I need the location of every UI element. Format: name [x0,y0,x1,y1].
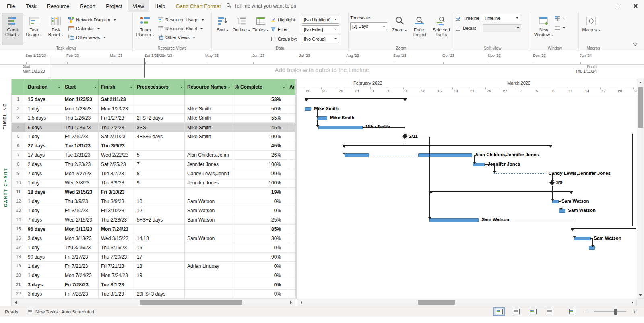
cell-pred[interactable] [134,225,185,234]
cell-add[interactable] [287,253,296,261]
cell-duration[interactable]: 27 days [25,141,62,150]
outline-button[interactable]: Outline [232,13,251,45]
cell-num[interactable]: 4 [12,123,25,132]
network-diagram-button[interactable]: Network Diagram [67,15,118,24]
cell-add[interactable] [287,262,296,271]
cell-pct[interactable]: 26% [232,151,287,159]
cell-num[interactable]: 2 [12,104,25,113]
filter-caret-icon[interactable] [58,87,61,90]
cell-start[interactable]: Wed 2/15/23 [62,188,99,197]
menu-tab-project[interactable]: Project [101,0,127,12]
cell-pct[interactable]: 0% [232,243,287,252]
cell-pred[interactable]: 7 [134,160,185,169]
cell-add[interactable] [287,243,296,252]
task-bar-segment[interactable] [418,153,473,157]
resource-sheet-button[interactable]: Resource Sheet [156,24,206,33]
status-view-other-button[interactable] [567,307,578,316]
tables-button[interactable]: Tables [251,13,270,45]
cell-pred[interactable] [134,95,185,104]
status-view-gantt-button[interactable] [493,307,505,316]
cell-pct[interactable]: 90% [232,253,287,261]
table-header-corner[interactable] [12,79,25,95]
scroll-left-icon[interactable] [13,301,17,304]
cell-add[interactable] [287,132,296,141]
other-views-resource-button[interactable]: Other Views [156,33,206,42]
cell-add[interactable] [287,280,296,289]
cell-start[interactable]: Fri 7/21/23 [62,262,99,271]
cell-num[interactable]: 10 [12,178,25,187]
cell-res[interactable]: Alan Childers,Jenni [185,151,232,159]
cell-duration[interactable]: 6 days [25,123,62,132]
new-tasks-mode[interactable]: New Tasks : Auto Scheduled [35,309,94,314]
other-views-button[interactable]: Other Views [67,33,118,42]
cell-res[interactable] [185,243,232,252]
sort-button[interactable]: Sort [213,13,232,45]
cell-pred[interactable]: 10 [134,197,185,206]
cell-finish[interactable]: Sat 2/25/23 [99,160,134,169]
selected-tasks-button[interactable]: Selected Tasks [430,13,452,45]
cell-start[interactable]: Wed 2/15/23 [62,215,99,224]
cell-add[interactable] [287,160,296,169]
cell-finish[interactable]: Thu 3/16/23 [99,243,134,252]
scroll-down-icon[interactable] [639,294,642,298]
cell-res[interactable]: Adrian Lindsay [185,262,232,271]
cell-duration[interactable]: 1 day [25,271,62,280]
cell-finish[interactable]: Wed 3/15/23 [99,234,134,243]
cell-add[interactable] [287,290,296,298]
column-header-duration[interactable]: Duration [25,79,62,95]
cell-finish[interactable]: Mon 7/24/23 [99,225,134,234]
filter-caret-icon[interactable] [94,87,97,90]
cell-pred[interactable] [134,188,185,197]
cell-pred[interactable] [134,141,185,150]
menu-tab-task[interactable]: Task [21,0,42,12]
cell-finish[interactable]: Fri 7/21/23 [99,262,134,271]
cell-res[interactable]: Sam Watson [185,234,232,243]
cell-duration[interactable]: 15 days [25,95,62,104]
cell-pred[interactable]: 17 [134,253,185,261]
cell-start[interactable]: Fri 3/10/23 [62,206,99,215]
cell-num[interactable]: 19 [12,262,25,271]
filter-caret-icon[interactable] [282,87,285,90]
cell-res[interactable]: Mike Smith [185,132,232,141]
hide-window-button[interactable] [555,25,565,31]
cell-duration[interactable]: 3 days [25,280,62,289]
cell-add[interactable] [287,151,296,159]
cell-finish[interactable]: Mon 1/23/23 [99,104,134,113]
cell-pred[interactable]: 5 [134,151,185,159]
group-by-dropdown[interactable]: [No Group] [302,35,339,43]
cell-res[interactable]: Sam Watson [185,197,232,206]
timeline-pane[interactable]: TIMELINE Sun 1/22/23Feb '23Mar '23Sat 3/… [0,51,644,79]
cell-pct[interactable]: 45% [232,123,287,132]
cell-start[interactable]: Thu 1/26/23 [62,123,99,132]
cell-res[interactable]: Mike Smith [185,123,232,132]
task-bar[interactable] [305,107,311,111]
cell-num[interactable]: 8 [12,160,25,169]
cell-pred[interactable]: 5FS+2 days [134,215,185,224]
cell-num[interactable]: 11 [12,188,25,197]
cell-res[interactable]: Candy Lewis,Jennif [185,169,232,178]
cell-finish[interactable]: Thu 2/23/23 [99,215,134,224]
table-horizontal-scrollbar[interactable] [11,299,295,306]
cell-res[interactable]: Mike Smith [185,114,232,122]
cell-finish[interactable]: Thu 7/20/23 [99,253,134,261]
scroll-left-icon[interactable] [299,301,302,304]
cell-pct[interactable]: 50% [232,104,287,113]
timescale-dropdown[interactable]: [3] Days [350,22,387,30]
menu-tab-help[interactable]: Help [149,0,171,12]
cell-duration[interactable]: 1 day [25,104,62,113]
cell-num[interactable]: 1 [12,95,25,104]
cell-res[interactable] [185,253,232,261]
cell-start[interactable]: Thu 2/23/23 [62,160,99,169]
zoom-slider[interactable] [594,311,626,312]
cell-num[interactable]: 20 [12,271,25,280]
cell-num[interactable]: 6 [12,141,25,150]
status-view-board-button[interactable] [527,307,539,316]
close-window-button[interactable] [627,0,644,12]
summary-bar[interactable] [305,98,407,99]
entire-project-button[interactable]: Entire Project [409,13,430,45]
scroll-right-icon[interactable] [632,301,635,304]
cell-duration[interactable]: 1 day [25,243,62,252]
cell-start[interactable]: Mon 1/23/23 [62,104,99,113]
cell-pred[interactable]: 20FS+3 days [134,290,185,298]
timeline-view-dropdown[interactable]: Timeline [482,14,520,22]
